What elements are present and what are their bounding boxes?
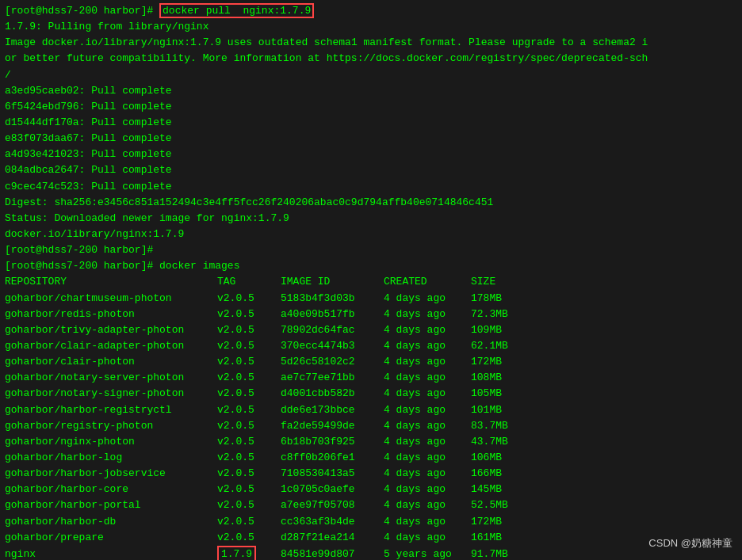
- id-cell: 5183b4f3d03b: [281, 291, 384, 307]
- table-header-row: REPOSITORY TAG IMAGE ID CREATED SIZE: [5, 274, 737, 290]
- id-cell: d287f21ea214: [281, 530, 384, 546]
- id-cell: cc363af3b4de: [281, 514, 384, 530]
- id-cell: 7108530413a5: [281, 466, 384, 482]
- table-row: goharbor/clair-photon v2.0.5 5d26c58102c…: [5, 354, 737, 370]
- outdated-text: outdated: [258, 36, 308, 48]
- pull-status: 1.7.9: Pulling from library/nginx: [5, 19, 737, 35]
- docker-images-cmd: docker images: [159, 260, 239, 272]
- digest-line: Digest: sha256:e3456c851a152494c3e4ff5fc…: [5, 195, 737, 211]
- table-row: goharbor/notary-signer-photon v2.0.5 d40…: [5, 386, 737, 402]
- id-cell: c8ff0b206fe1: [281, 450, 384, 466]
- repo-cell: goharbor/registry-photon: [5, 418, 217, 434]
- tag-cell: v2.0.5: [217, 450, 281, 466]
- size-cell: 52.5MB: [471, 497, 534, 513]
- tag-cell: v2.0.5: [217, 386, 281, 402]
- watermark: CSDN @奶糖神童: [648, 536, 732, 550]
- table-row: goharbor/registry-photon v2.0.5 fa2de594…: [5, 418, 737, 434]
- tag-cell: v2.0.5: [217, 291, 281, 307]
- size-cell: 106MB: [471, 450, 534, 466]
- repo-cell: goharbor/trivy-adapter-photon: [5, 322, 217, 338]
- tag-cell: v2.0.5: [217, 402, 281, 418]
- created-cell: 4 days ago: [384, 291, 471, 307]
- repo-cell: goharbor/chartmuseum-photon: [5, 291, 217, 307]
- repo-cell: goharbor/notary-server-photon: [5, 370, 217, 386]
- created-cell: 4 days ago: [384, 497, 471, 513]
- repo-cell: goharbor/clair-photon: [5, 354, 217, 370]
- tag-cell: v2.0.5: [217, 497, 281, 513]
- id-cell: a7ee97f05708: [281, 497, 384, 513]
- tag-cell: v2.0.5: [217, 514, 281, 530]
- tag-cell: v2.0.5: [217, 482, 281, 497]
- repo-cell: goharbor/notary-signer-photon: [5, 386, 217, 402]
- id-cell: ae7c77ee71bb: [281, 370, 384, 386]
- warning-line-2: or better future compatibility. More inf…: [5, 51, 737, 67]
- table-row: goharbor/harbor-log v2.0.5 c8ff0b206fe1 …: [5, 450, 737, 466]
- created-cell: 4 days ago: [384, 338, 471, 354]
- table-row: goharbor/chartmuseum-photon v2.0.5 5183b…: [5, 291, 737, 307]
- prompt-blank: [root@hdss7-200 harbor]#: [5, 242, 737, 258]
- table-row: goharbor/prepare v2.0.5 d287f21ea214 4 d…: [5, 530, 737, 546]
- size-cell: 172MB: [471, 514, 534, 530]
- repo-cell: goharbor/harbor-registryctl: [5, 402, 217, 418]
- nginx-id-cell: 84581e99d807: [281, 547, 384, 560]
- header-size: SIZE: [471, 274, 534, 290]
- table-row: goharbor/redis-photon v2.0.5 a40e09b517f…: [5, 307, 737, 322]
- warning-line-1: Image docker.io/library/nginx:1.7.9 uses…: [5, 35, 737, 51]
- repo-cell: goharbor/nginx-photon: [5, 434, 217, 450]
- docker-images-table: REPOSITORY TAG IMAGE ID CREATED SIZE goh…: [5, 274, 737, 560]
- tag-cell: v2.0.5: [217, 307, 281, 322]
- layer-4: e83f073daa67: Pull complete: [5, 131, 737, 147]
- id-cell: d4001cbb582b: [281, 386, 384, 402]
- id-cell: a40e09b517fb: [281, 307, 384, 322]
- tag-cell: v2.0.5: [217, 530, 281, 546]
- table-row-nginx: nginx 1.7.9 84581e99d807 5 years ago 91.…: [5, 546, 737, 560]
- created-cell: 4 days ago: [384, 530, 471, 546]
- created-cell: 4 days ago: [384, 386, 471, 402]
- layer-6: 084adbca2647: Pull complete: [5, 162, 737, 178]
- repo-cell: goharbor/redis-photon: [5, 307, 217, 322]
- status-line: Status: Downloaded newer image for nginx…: [5, 211, 737, 227]
- warning-line-3: /: [5, 67, 737, 83]
- table-row: goharbor/nginx-photon v2.0.5 6b18b703f92…: [5, 434, 737, 450]
- layer-5: a4d93e421023: Pull complete: [5, 147, 737, 162]
- table-row: goharbor/notary-server-photon v2.0.5 ae7…: [5, 370, 737, 386]
- id-cell: 370ecc4474b3: [281, 338, 384, 354]
- header-tag: TAG: [217, 274, 281, 290]
- id-cell: 6b18b703f925: [281, 434, 384, 450]
- created-cell: 4 days ago: [384, 402, 471, 418]
- id-cell: 1c0705c0aefe: [281, 482, 384, 497]
- repo-cell: goharbor/clair-adapter-photon: [5, 338, 217, 354]
- size-cell: 109MB: [471, 322, 534, 338]
- created-cell: 4 days ago: [384, 418, 471, 434]
- id-cell: 78902dc64fac: [281, 322, 384, 338]
- nginx-created-cell: 5 years ago: [384, 547, 471, 560]
- prompt-1: [root@hdss7-200 harbor]#: [5, 5, 159, 17]
- header-created: CREATED: [384, 274, 471, 290]
- nginx-size-cell: 91.7MB: [471, 547, 534, 560]
- created-cell: 4 days ago: [384, 307, 471, 322]
- command-line-1: [root@hdss7-200 harbor]# docker pull ngi…: [5, 3, 737, 19]
- size-cell: 145MB: [471, 482, 534, 497]
- table-row: goharbor/trivy-adapter-photon v2.0.5 789…: [5, 322, 737, 338]
- prompt-2: [root@hdss7-200 harbor]#: [5, 260, 159, 272]
- repo-cell: goharbor/harbor-portal: [5, 497, 217, 513]
- created-cell: 4 days ago: [384, 354, 471, 370]
- image-ref: docker.io/library/nginx:1.7.9: [5, 227, 737, 242]
- created-cell: 4 days ago: [384, 370, 471, 386]
- size-cell: 172MB: [471, 354, 534, 370]
- layer-2: 6f5424ebd796: Pull complete: [5, 99, 737, 115]
- size-cell: 62.1MB: [471, 338, 534, 354]
- created-cell: 4 days ago: [384, 434, 471, 450]
- id-cell: fa2de59499de: [281, 418, 384, 434]
- created-cell: 4 days ago: [384, 322, 471, 338]
- tag-cell: v2.0.5: [217, 370, 281, 386]
- nginx-tag-cell: 1.7.9: [217, 546, 281, 560]
- table-row: goharbor/harbor-db v2.0.5 cc363af3b4de 4…: [5, 514, 737, 530]
- id-cell: dde6e173bbce: [281, 402, 384, 418]
- id-cell: 5d26c58102c2: [281, 354, 384, 370]
- table-row: goharbor/clair-adapter-photon v2.0.5 370…: [5, 338, 737, 354]
- table-row: goharbor/harbor-portal v2.0.5 a7ee97f057…: [5, 497, 737, 513]
- created-cell: 4 days ago: [384, 514, 471, 530]
- size-cell: 72.3MB: [471, 307, 534, 322]
- layer-3: d15444df170a: Pull complete: [5, 115, 737, 131]
